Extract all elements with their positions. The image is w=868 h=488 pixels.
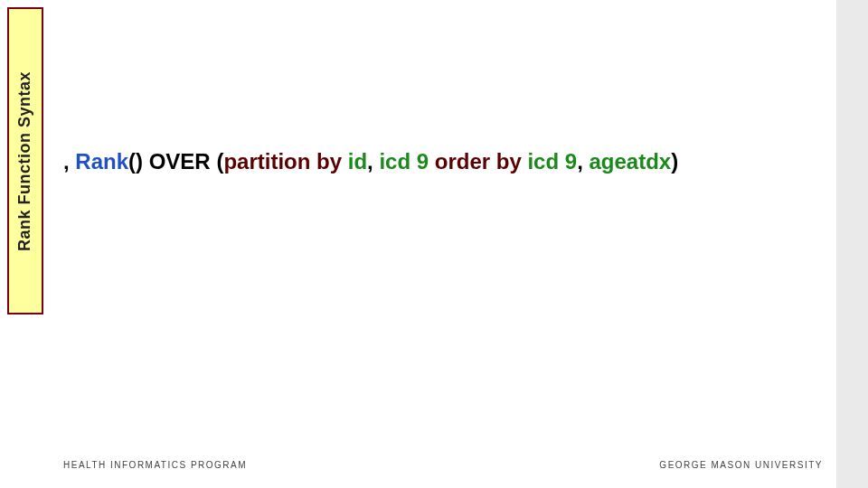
code-paren-open-close: () bbox=[128, 149, 149, 174]
code-partition-by: partition by bbox=[223, 149, 347, 174]
slide-container: Rank Function Syntax , Rank() OVER (part… bbox=[0, 0, 868, 488]
code-ageatdx: ageatdx bbox=[590, 149, 672, 174]
code-sep2: , bbox=[577, 149, 589, 174]
code-line: , Rank() OVER (partition by id, icd 9 or… bbox=[63, 149, 823, 174]
code-id: id bbox=[348, 149, 367, 174]
code-comma: , bbox=[63, 149, 75, 174]
code-over: OVER bbox=[149, 149, 217, 174]
footer: HEALTH INFORMATICS PROGRAM GEORGE MASON … bbox=[63, 460, 823, 470]
code-sep1: , bbox=[367, 149, 379, 174]
code-icd9a: icd 9 bbox=[379, 149, 434, 174]
code-paren-close: ) bbox=[671, 149, 678, 174]
sidebar-title: Rank Function Syntax bbox=[16, 70, 35, 250]
footer-left: HEALTH INFORMATICS PROGRAM bbox=[63, 460, 247, 470]
code-rank: Rank bbox=[75, 149, 128, 174]
footer-right: GEORGE MASON UNIVERSITY bbox=[659, 460, 823, 470]
sidebar-tab: Rank Function Syntax bbox=[7, 7, 43, 314]
right-margin-bar bbox=[836, 0, 868, 488]
code-icd9b: icd 9 bbox=[527, 149, 577, 174]
code-order-by: order by bbox=[435, 149, 528, 174]
